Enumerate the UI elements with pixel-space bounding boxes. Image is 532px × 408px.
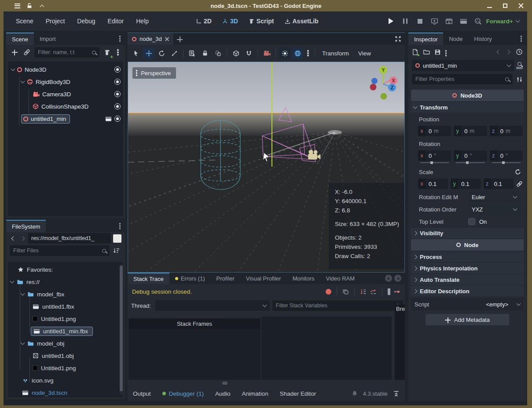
- new-resource-icon[interactable]: +: [412, 49, 418, 55]
- notifications-bell-icon[interactable]: [352, 390, 358, 397]
- fs-row-model-obj[interactable]: model_obj: [8, 337, 123, 350]
- preview-camera-icon[interactable]: [261, 47, 272, 59]
- dock-menu-icon[interactable]: [516, 33, 526, 45]
- scale-z-field[interactable]: z0.1: [484, 178, 514, 189]
- collapse-icon[interactable]: [10, 279, 15, 284]
- history-forward-icon[interactable]: [506, 50, 510, 54]
- dock-menu-icon[interactable]: [115, 33, 125, 45]
- window-menu-icon[interactable]: [13, 2, 21, 9]
- scene-filter-field[interactable]: [38, 49, 92, 55]
- rotate-tool-icon[interactable]: [156, 47, 167, 59]
- break-icon[interactable]: [326, 289, 331, 295]
- scale-x-field[interactable]: x0.1: [418, 178, 448, 189]
- fs-row-untitled1-png-2[interactable]: Untitled1.png: [8, 362, 123, 374]
- class-header-node3d[interactable]: Node3D: [411, 90, 524, 101]
- close-tab-icon[interactable]: [165, 37, 169, 41]
- section-auto-translate[interactable]: Auto Translate: [411, 274, 524, 285]
- rotation-edit-mode-dropdown[interactable]: Euler: [468, 192, 520, 202]
- save-resource-icon[interactable]: [434, 49, 441, 55]
- filesystem-filter-input[interactable]: [10, 245, 110, 256]
- expand-viewport-icon[interactable]: [395, 33, 405, 45]
- bottom-tab-debugger[interactable]: Debugger (1): [162, 390, 204, 397]
- viewport-3d[interactable]: Y X Z Perspective X: -6.0 Y: 640000.1 Z:…: [128, 62, 405, 273]
- edit-history-icon[interactable]: [516, 48, 523, 55]
- fs-row-untitled1-min-fbx[interactable]: untitled1_min.fbx: [8, 325, 123, 337]
- position-x-field[interactable]: x0m: [418, 126, 451, 136]
- tree-row-untitled1-min[interactable]: untitled1_min: [8, 113, 123, 125]
- visibility-eye-icon[interactable]: [114, 116, 121, 122]
- add-node-button[interactable]: [10, 47, 19, 57]
- fs-row-untitled1-png[interactable]: Untitled1.png: [8, 313, 123, 325]
- scene-tab-node-3d[interactable]: node_3d: [128, 33, 173, 45]
- step-into-icon[interactable]: [360, 288, 367, 295]
- tree-row-rigidbody3d[interactable]: RigidBody3D: [8, 76, 123, 88]
- properties-filter-field[interactable]: [415, 76, 505, 82]
- menu-project[interactable]: Project: [41, 16, 70, 26]
- expand-bottom-panel-icon[interactable]: [393, 390, 400, 397]
- debug-pause-icon[interactable]: [388, 288, 390, 295]
- instance-scene-button[interactable]: [22, 47, 32, 57]
- sort-files-icon[interactable]: [112, 246, 121, 255]
- properties-filter-input[interactable]: [412, 74, 513, 84]
- pause-button[interactable]: [400, 16, 411, 26]
- tab-video-ram[interactable]: Video RAM: [320, 273, 361, 284]
- unlock-icon[interactable]: [26, 2, 33, 9]
- tab-errors[interactable]: Errors (1): [169, 273, 211, 284]
- path-field[interactable]: [31, 235, 108, 241]
- screen-script[interactable]: Script: [246, 16, 277, 26]
- path-bar[interactable]: [28, 233, 111, 244]
- stop-button[interactable]: [415, 16, 425, 26]
- add-tab-button[interactable]: [173, 33, 186, 45]
- fs-row-untitled1-fbx[interactable]: untitled1.fbx: [8, 300, 123, 313]
- tree-row-collisionshape3d[interactable]: CollisionShape3D: [8, 100, 123, 113]
- resource-menu-icon[interactable]: [445, 49, 447, 55]
- scale-y-field[interactable]: y0.1: [451, 178, 481, 189]
- caret-up-icon[interactable]: [38, 2, 46, 9]
- stack-frames-list[interactable]: [128, 329, 260, 380]
- position-y-field[interactable]: y0m: [454, 126, 487, 136]
- fs-row-untitled1-obj[interactable]: untitled1.obj: [8, 350, 123, 362]
- perspective-menu[interactable]: Perspective: [132, 67, 176, 79]
- section-editor-description[interactable]: Editor Description: [411, 286, 524, 296]
- debug-continue-icon[interactable]: [394, 288, 400, 295]
- debugger-hscrollbar[interactable]: [158, 382, 229, 385]
- fs-row-node-3d-tscn[interactable]: node_3d.tscn: [8, 386, 123, 397]
- copy-error-icon[interactable]: [342, 288, 349, 295]
- visibility-eye-icon[interactable]: [114, 79, 121, 85]
- renderer-selector[interactable]: Forward+: [486, 18, 519, 25]
- dock-menu-icon[interactable]: [115, 220, 125, 232]
- visibility-eye-icon[interactable]: [114, 66, 121, 73]
- stack-variables-filter[interactable]: [272, 300, 403, 311]
- scene-tree-menu-icon[interactable]: [114, 47, 121, 57]
- section-process[interactable]: Process: [411, 251, 524, 262]
- local-space-icon[interactable]: [230, 47, 242, 59]
- open-docs-icon[interactable]: DOC: [517, 62, 523, 69]
- fs-row-model-fbx[interactable]: model_fbx: [8, 288, 123, 300]
- tab-monitors[interactable]: Monitors: [287, 273, 320, 284]
- tab-import[interactable]: Import: [34, 33, 62, 45]
- tab-filesystem[interactable]: FileSystem: [6, 220, 46, 232]
- bottom-tab-output[interactable]: Output: [133, 390, 151, 397]
- remote-debug-icon[interactable]: [429, 16, 440, 26]
- menu-debug[interactable]: Debug: [73, 16, 99, 26]
- select-tool-icon[interactable]: [130, 47, 142, 59]
- close-button[interactable]: [517, 2, 525, 9]
- rotation-x-slider[interactable]: [419, 161, 450, 164]
- minimize-button[interactable]: [485, 2, 493, 9]
- movie-maker-icon[interactable]: [473, 16, 483, 26]
- fs-row-favorites[interactable]: Favorites:: [8, 263, 123, 276]
- edited-node-selector[interactable]: untitled1_min: [412, 60, 514, 71]
- stack-variables-field[interactable]: [276, 302, 396, 309]
- scale-tool-icon[interactable]: [169, 47, 180, 59]
- stack-variables-list[interactable]: [261, 317, 392, 380]
- collapse-icon[interactable]: [11, 67, 15, 71]
- history-back-icon[interactable]: [497, 50, 501, 54]
- load-resource-icon[interactable]: [423, 48, 430, 55]
- transform-menu[interactable]: Transform: [318, 48, 353, 58]
- tab-stack-trace[interactable]: Stack Trace: [128, 273, 169, 284]
- selected-file[interactable]: untitled1_min.fbx: [31, 327, 93, 336]
- position-z-field[interactable]: z0m: [490, 126, 523, 136]
- tab-visual-profiler[interactable]: Visual Profiler: [240, 273, 287, 284]
- property-tools-icon[interactable]: [516, 76, 523, 83]
- screen-3d[interactable]: 3D: [219, 16, 241, 26]
